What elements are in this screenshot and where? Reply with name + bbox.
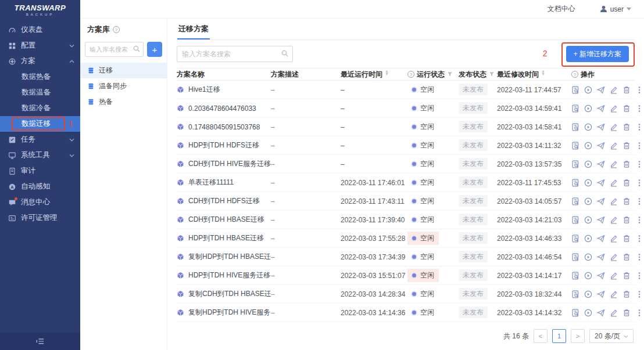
publish-plan-button[interactable] — [597, 216, 605, 224]
library-item-migration[interactable]: 迁移 — [80, 63, 167, 78]
publish-plan-button[interactable] — [597, 253, 605, 261]
more-actions-button[interactable] — [635, 123, 643, 131]
more-actions-button[interactable] — [635, 290, 643, 298]
run-plan-button[interactable] — [584, 272, 592, 280]
view-log-button[interactable] — [571, 123, 579, 131]
edit-plan-button[interactable] — [610, 234, 618, 243]
delete-plan-button[interactable] — [622, 234, 631, 243]
plan-name[interactable]: HDP到TDH HIVE服务迁移 — [188, 270, 270, 280]
tab-migration-plan[interactable]: 迁移方案 — [177, 19, 210, 39]
publish-plan-button[interactable] — [597, 142, 605, 150]
edit-plan-button[interactable] — [610, 123, 618, 131]
more-actions-button[interactable] — [635, 104, 643, 113]
publish-plan-button[interactable] — [597, 290, 605, 298]
delete-plan-button[interactable] — [622, 309, 631, 317]
delete-plan-button[interactable] — [622, 197, 631, 205]
plan-name[interactable]: HDP到TDH HDFS迁移 — [188, 140, 259, 150]
sidebar-item-audit[interactable]: 审计 — [0, 163, 80, 179]
current-page-button[interactable]: 1 — [552, 329, 566, 343]
doc-center-link[interactable]: 文档中心 — [548, 4, 575, 14]
add-library-button[interactable]: + — [147, 42, 162, 57]
delete-plan-button[interactable] — [622, 253, 631, 261]
sidebar-item-message-center[interactable]: 消息中心 — [0, 194, 80, 210]
run-plan-button[interactable] — [584, 86, 592, 94]
add-migration-plan-button[interactable]: + 新增迁移方案 — [566, 46, 629, 62]
table-row[interactable]: 单表迁移11111 – 2022-03-11 17:46:01 空闲 未发布 2… — [177, 174, 635, 192]
view-log-button[interactable] — [571, 142, 579, 150]
sidebar-item-system-tools[interactable]: 系统工具 — [0, 147, 80, 163]
sidebar-item-license[interactable]: 许可证管理 — [0, 210, 80, 226]
publish-plan-button[interactable] — [597, 160, 605, 168]
plan-name[interactable]: 复制CDH到TDH HBASE迁移 — [188, 289, 271, 299]
next-page-button[interactable]: > — [571, 329, 585, 343]
table-row[interactable]: Hive1迁移 – – 空闲 未发布 2022-03-11 17:44:57 — [177, 81, 635, 99]
table-row[interactable]: 复制CDH到TDH HBASE迁移 – 2022-03-03 14:28:34 … — [177, 285, 635, 304]
delete-plan-button[interactable] — [622, 142, 631, 150]
plan-name[interactable]: CDH到TDH HDFS迁移 — [188, 196, 260, 206]
run-plan-button[interactable] — [584, 104, 592, 113]
delete-plan-button[interactable] — [622, 160, 631, 168]
sidebar-item-data-hot-backup[interactable]: 数据热备 — [0, 69, 80, 85]
more-actions-button[interactable] — [635, 142, 643, 150]
delete-plan-button[interactable] — [622, 104, 631, 113]
view-log-button[interactable] — [571, 179, 579, 187]
edit-plan-button[interactable] — [610, 160, 618, 168]
edit-plan-button[interactable] — [610, 104, 618, 113]
user-menu[interactable]: user — [600, 5, 631, 13]
view-log-button[interactable] — [571, 216, 579, 224]
delete-plan-button[interactable] — [622, 86, 631, 94]
publish-plan-button[interactable] — [597, 309, 605, 317]
more-actions-button[interactable] — [635, 197, 643, 205]
view-log-button[interactable] — [571, 290, 579, 298]
sidebar-item-data-cold-backup[interactable]: 数据冷备 — [0, 100, 80, 116]
sidebar-item-data-migration[interactable]: 数据迁移 1 — [0, 116, 80, 132]
table-row[interactable]: 复制HDP到TDH HBASE迁移 – 2022-03-03 17:34:39 … — [177, 248, 635, 266]
edit-plan-button[interactable] — [610, 142, 618, 150]
publish-plan-button[interactable] — [597, 179, 605, 187]
publish-plan-button[interactable] — [597, 123, 605, 131]
table-row[interactable]: CDH到TDH HIVE服务迁移 – – 空闲 未发布 2022-03-03 1… — [177, 155, 635, 174]
view-log-button[interactable] — [571, 309, 579, 317]
sidebar-item-data-warm-backup[interactable]: 数据温备 — [0, 85, 80, 100]
delete-plan-button[interactable] — [622, 123, 631, 131]
publish-plan-button[interactable] — [597, 272, 605, 280]
publish-plan-button[interactable] — [597, 86, 605, 94]
edit-plan-button[interactable] — [610, 253, 618, 261]
prev-page-button[interactable]: < — [534, 329, 548, 343]
edit-plan-button[interactable] — [610, 179, 618, 187]
run-plan-button[interactable] — [584, 309, 592, 317]
plan-search-input[interactable] — [177, 46, 293, 62]
header-modified[interactable]: 最近修改时间▲▼ — [497, 70, 571, 80]
edit-plan-button[interactable] — [610, 309, 618, 317]
edit-plan-button[interactable] — [610, 197, 618, 205]
sidebar-item-config[interactable]: 配置 — [0, 38, 80, 53]
more-actions-button[interactable] — [635, 160, 643, 168]
view-log-button[interactable] — [571, 197, 579, 205]
edit-plan-button[interactable] — [610, 86, 618, 94]
more-actions-button[interactable] — [635, 216, 643, 224]
plan-name[interactable]: 单表迁移11111 — [188, 178, 234, 187]
plan-name[interactable]: Hive1迁移 — [188, 85, 220, 95]
delete-plan-button[interactable] — [622, 290, 631, 298]
view-log-button[interactable] — [571, 104, 579, 113]
more-actions-button[interactable] — [635, 179, 643, 187]
header-last-run[interactable]: 最近运行时间▲▼ — [341, 70, 407, 80]
plan-name[interactable]: HDP到TDH HBASE迁移 — [188, 233, 264, 243]
edit-plan-button[interactable] — [610, 290, 618, 298]
delete-plan-button[interactable] — [622, 216, 631, 224]
library-item-warm-sync[interactable]: 温备同步 — [80, 78, 167, 94]
header-run-status[interactable]: ?运行状态 — [407, 70, 459, 80]
run-plan-button[interactable] — [584, 216, 592, 224]
publish-plan-button[interactable] — [597, 234, 605, 243]
edit-plan-button[interactable] — [610, 272, 618, 280]
sidebar-item-auto-sense[interactable]: A 自动感知 — [0, 179, 80, 194]
run-plan-button[interactable] — [584, 253, 592, 261]
view-log-button[interactable] — [571, 253, 579, 261]
run-plan-button[interactable] — [584, 234, 592, 243]
more-actions-button[interactable] — [635, 253, 643, 261]
publish-plan-button[interactable] — [597, 197, 605, 205]
filter-funnel-icon[interactable] — [489, 71, 495, 77]
more-actions-button[interactable] — [635, 86, 643, 94]
view-log-button[interactable] — [571, 234, 579, 243]
sorter-icon[interactable]: ▲▼ — [385, 71, 389, 77]
